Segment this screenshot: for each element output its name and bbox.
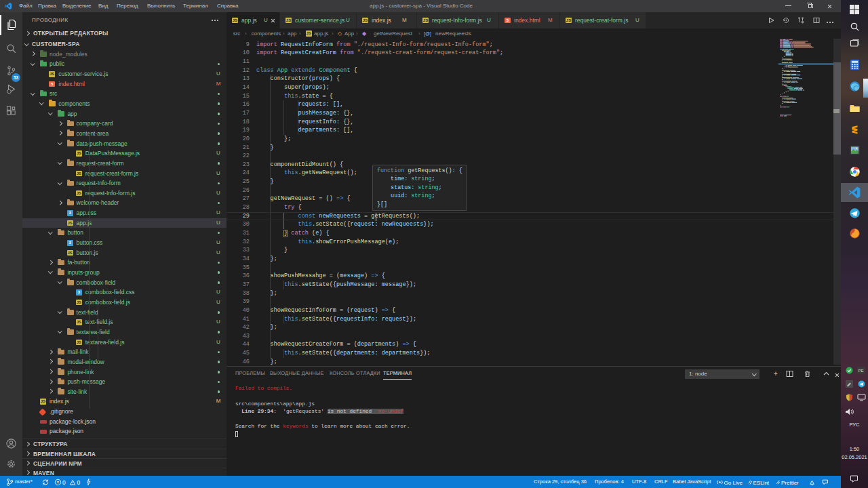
- svg-text:ESLint: ESLint: [753, 479, 770, 485]
- svg-text:Prettier: Prettier: [781, 479, 799, 485]
- svg-text:0: 0: [77, 479, 81, 485]
- svg-text:0: 0: [62, 479, 66, 485]
- svg-text:PE: PE: [859, 369, 864, 373]
- svg-text:Go Live: Go Live: [724, 479, 743, 485]
